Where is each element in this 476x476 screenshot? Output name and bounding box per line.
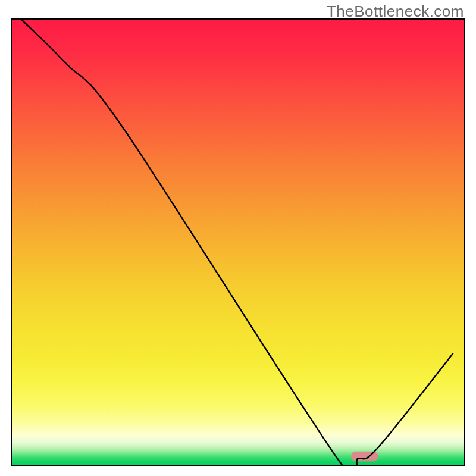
target-marker xyxy=(351,452,378,462)
chart-stage: TheBottleneck.com xyxy=(0,0,476,476)
watermark-text: TheBottleneck.com xyxy=(327,2,464,21)
plot-background xyxy=(12,19,464,465)
bottleneck-chart xyxy=(0,0,476,476)
